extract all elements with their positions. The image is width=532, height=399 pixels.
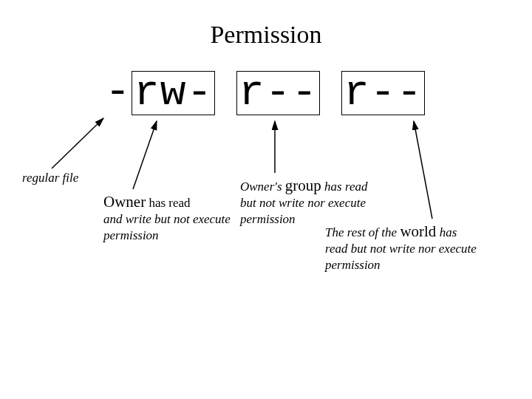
label-group-word: group <box>285 177 321 194</box>
perm-group-triplet: r-- <box>236 71 320 115</box>
perm-type-char: - <box>105 71 132 114</box>
label-world-word: world <box>400 222 436 240</box>
label-owner-rest1: has read <box>146 196 190 210</box>
slide-title: Permission <box>0 21 532 49</box>
label-owner-word: Owner <box>103 193 146 211</box>
arrow-world <box>414 121 432 219</box>
label-world-rest1: has <box>436 225 457 239</box>
label-group-rest1: has read <box>321 180 368 194</box>
label-group-pre: Owner's <box>240 180 285 194</box>
label-owner-rest2: and write but not execute permission <box>103 212 231 242</box>
label-world-rest2: read but not write nor execute permissio… <box>325 242 477 271</box>
label-world: The rest of the world has read but not w… <box>325 222 502 273</box>
label-regular-file: regular file <box>22 170 89 185</box>
label-group: Owner's group has read but not write nor… <box>240 176 381 227</box>
perm-world-triplet: r-- <box>341 71 425 115</box>
arrow-owner <box>133 121 157 189</box>
label-owner: Owner has read and write but not execute… <box>103 192 236 243</box>
perm-owner-triplet: rw- <box>132 71 215 115</box>
arrow-file <box>52 118 103 168</box>
label-world-pre: The rest of the <box>325 225 400 239</box>
